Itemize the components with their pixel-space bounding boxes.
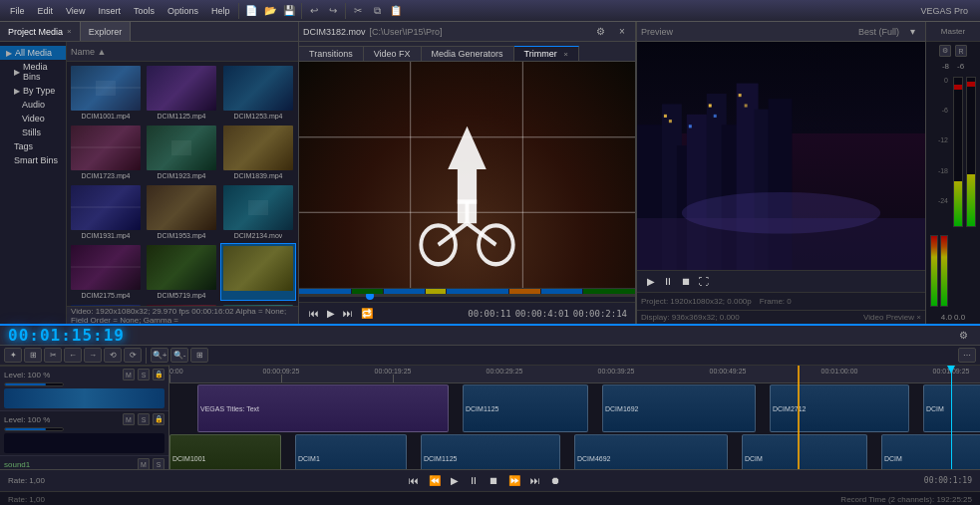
v2-level-fader[interactable] (4, 427, 64, 431)
tab-project-media[interactable]: Project Media × (0, 22, 81, 41)
preview-area[interactable] (299, 62, 635, 288)
tree-all-media[interactable]: ▶ All Media (0, 46, 66, 60)
v2-lock-btn[interactable]: 🔒 (153, 413, 164, 425)
preview-settings-icon[interactable]: ⚙ (591, 23, 609, 41)
clip-v2-4[interactable]: DCIM4692 (574, 434, 728, 469)
media-thumb-3[interactable]: DCIM1723.mp4 (69, 124, 143, 181)
video-preview-close[interactable]: Video Preview × (863, 313, 921, 322)
redo-button[interactable]: ↪ (324, 2, 342, 20)
clip-v2-6[interactable]: DCIM (881, 434, 980, 469)
transport-ff-btn[interactable]: ⏩ (505, 475, 523, 486)
preview-menu-icon[interactable]: ▾ (903, 23, 921, 41)
media-thumb-0[interactable]: DCIM1001.mp4 (69, 64, 143, 122)
meter-reset-btn[interactable]: R (955, 45, 967, 57)
v2-mute-btn[interactable]: M (123, 413, 135, 425)
menu-insert[interactable]: Insert (92, 4, 127, 18)
v1-mute-btn[interactable]: M (123, 369, 135, 380)
timeline-settings-icon[interactable]: ⚙ (954, 327, 972, 345)
rp-stop-btn[interactable]: ⏹ (679, 276, 693, 287)
tab-trimmer[interactable]: Trimmer × (514, 46, 579, 61)
transport-pause-btn[interactable]: ⏸ (466, 475, 482, 486)
clip-v2-1[interactable]: DCIM1001 (169, 434, 281, 469)
tl-btn-zoom-in[interactable]: 🔍+ (151, 348, 168, 363)
v1-solo-btn[interactable]: S (138, 369, 150, 380)
media-thumb-8[interactable]: DCIM2134.mov (220, 183, 296, 241)
preview-close-icon[interactable]: × (613, 23, 631, 41)
clip-title-text[interactable]: VEGAS Titles: Text (197, 384, 449, 432)
tl-btn-6[interactable]: ⟲ (104, 348, 122, 363)
timeline-tracks-area[interactable]: 00:00:00 00:00:09:25 00:00:19:25 00:00:2… (169, 366, 980, 469)
a1-mute-btn[interactable]: M (138, 458, 150, 469)
media-thumb-7[interactable]: DCIM1953.mp4 (145, 183, 218, 241)
menu-file[interactable]: File (4, 4, 31, 18)
clip-v2-3[interactable]: DCIM1125 (421, 434, 560, 469)
paste-button[interactable]: 📋 (387, 2, 405, 20)
media-thumb-5[interactable]: DCIM1839.mp4 (220, 124, 296, 181)
tl-btn-3[interactable]: ✂ (44, 348, 62, 363)
next-frame-btn[interactable]: ⏭ (341, 308, 355, 319)
media-thumb-12[interactable]: DCIM29137.mov (69, 303, 143, 306)
tab-explorer[interactable]: Explorer (81, 22, 132, 41)
tl-btn-2[interactable]: ⊞ (24, 348, 42, 363)
media-thumb-9[interactable]: DCIM2175.mp4 (69, 243, 143, 301)
media-thumb-6[interactable]: DCIM1931.mp4 (69, 183, 143, 241)
cut-button[interactable]: ✂ (349, 2, 367, 20)
rp-play-btn[interactable]: ▶ (645, 276, 657, 287)
media-thumb-1[interactable]: DCIM1125.mp4 (145, 64, 218, 122)
tl-btn-zoom-out[interactable]: 🔍- (170, 348, 188, 363)
tl-btn-7[interactable]: ⟳ (124, 348, 142, 363)
v1-lock-btn[interactable]: 🔒 (153, 369, 164, 380)
transport-next-btn[interactable]: ⏭ (527, 475, 543, 486)
clip-v2-5[interactable]: DCIM (742, 434, 867, 469)
prev-frame-btn[interactable]: ⏮ (307, 308, 321, 319)
meter-settings-btn[interactable]: ⚙ (939, 45, 951, 57)
transport-rew-btn[interactable]: ⏪ (426, 475, 444, 486)
timeline-ruler[interactable]: 00:00:00 00:00:09:25 00:00:19:25 00:00:2… (169, 366, 980, 383)
menu-tools[interactable]: Tools (128, 4, 161, 18)
menu-help[interactable]: Help (205, 4, 236, 18)
transport-play-btn[interactable]: ▶ (448, 475, 462, 486)
rp-pause-btn[interactable]: ⏸ (661, 276, 675, 287)
tree-smart-bins[interactable]: Smart Bins (0, 153, 66, 167)
tree-audio[interactable]: Audio (0, 98, 66, 112)
clip-v1-2[interactable]: DCIM1692 (602, 384, 756, 432)
tree-stills[interactable]: Stills (0, 126, 66, 139)
clip-v1-4[interactable]: DCIM (923, 384, 980, 432)
tl-btn-4[interactable]: ← (64, 348, 82, 363)
v1-level-fader[interactable] (4, 382, 64, 386)
a1-solo-btn[interactable]: S (153, 458, 164, 469)
transport-prev-btn[interactable]: ⏮ (406, 475, 422, 486)
tree-video[interactable]: Video (0, 112, 66, 126)
menu-edit[interactable]: Edit (32, 4, 60, 18)
clip-v2-2[interactable]: DCIM1 (295, 434, 407, 469)
media-thumb-2[interactable]: DCIM1253.mp4 (220, 64, 296, 122)
loop-btn[interactable]: 🔁 (359, 308, 375, 319)
tl-btn-snap[interactable]: ⊞ (190, 348, 208, 363)
right-preview-video[interactable] (637, 42, 925, 270)
media-thumb-14[interactable]: song.mp3 (220, 303, 296, 306)
clip-v1-3[interactable]: DCIM2712 (770, 384, 909, 432)
v2-solo-btn[interactable]: S (138, 413, 150, 425)
tl-btn-more[interactable]: ⋯ (958, 348, 976, 363)
copy-button[interactable]: ⧉ (368, 2, 386, 20)
transport-stop-btn[interactable]: ⏹ (486, 475, 501, 486)
media-thumb-13[interactable]: DCIM3182.mov (145, 303, 218, 306)
tab-media-generators[interactable]: Media Generators (422, 46, 514, 61)
scrubber-bar[interactable] (299, 288, 635, 302)
menu-view[interactable]: View (60, 4, 91, 18)
play-btn[interactable]: ▶ (325, 308, 337, 319)
media-thumb-4[interactable]: DCIM1923.mp4 (145, 124, 218, 181)
undo-button[interactable]: ↩ (305, 2, 323, 20)
close-project-media-tab[interactable]: × (67, 27, 72, 36)
tl-btn-1[interactable]: ✦ (4, 348, 22, 363)
media-thumb-11[interactable] (220, 243, 296, 301)
save-button[interactable]: 💾 (280, 2, 298, 20)
tree-media-bins[interactable]: ▶ Media Bins (0, 60, 66, 84)
media-thumb-10[interactable]: DCIM5719.mp4 (145, 243, 218, 301)
rp-fullscreen-btn[interactable]: ⛶ (697, 276, 711, 287)
new-button[interactable]: 📄 (242, 2, 260, 20)
tree-by-type[interactable]: ▶ By Type (0, 84, 66, 98)
clip-v1-1[interactable]: DCIM1125 (463, 384, 588, 432)
timeline-marker-1[interactable] (798, 366, 800, 469)
tree-tags[interactable]: Tags (0, 139, 66, 153)
